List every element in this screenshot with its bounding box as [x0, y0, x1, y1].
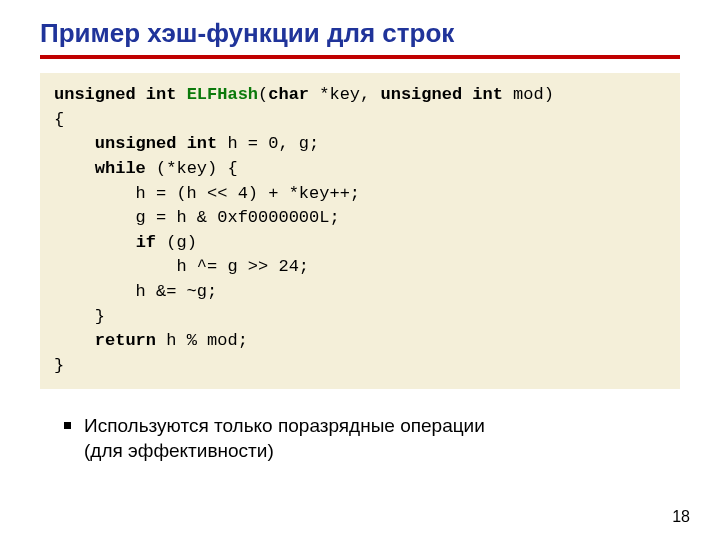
code-text: (: [258, 85, 268, 104]
code-text: g = h & 0xf0000000L;: [54, 208, 340, 227]
list-item: Используются только поразрядные операции…: [64, 413, 680, 464]
bullet-text: Используются только поразрядные операции: [84, 415, 485, 436]
code-kw: char: [268, 85, 309, 104]
code-text: }: [54, 307, 105, 326]
code-text: h % mod;: [156, 331, 248, 350]
code-text: }: [54, 356, 64, 375]
code-text: mod): [503, 85, 554, 104]
code-text: (g): [156, 233, 197, 252]
code-kw: if: [136, 233, 156, 252]
code-text: [54, 159, 95, 178]
bullet-text: (для эффективности): [84, 440, 274, 461]
code-block: unsigned int ELFHash(char *key, unsigned…: [40, 73, 680, 389]
bullet-list: Используются только поразрядные операции…: [64, 413, 680, 464]
code-text: h ^= g >> 24;: [54, 257, 309, 276]
code-kw: unsigned int: [54, 85, 187, 104]
code-kw: unsigned int: [380, 85, 502, 104]
code-text: *key,: [309, 85, 380, 104]
code-text: h &= ~g;: [54, 282, 217, 301]
code-text: [54, 331, 95, 350]
code-text: h = 0, g;: [217, 134, 319, 153]
code-text: [54, 233, 136, 252]
code-kw: while: [95, 159, 146, 178]
page-number: 18: [672, 508, 690, 526]
code-text: {: [54, 110, 64, 129]
code-text: h = (h << 4) + *key++;: [54, 184, 360, 203]
code-kw: unsigned int: [95, 134, 217, 153]
code-text: (*key) {: [146, 159, 238, 178]
code-fn: ELFHash: [187, 85, 258, 104]
code-text: [54, 134, 95, 153]
slide-title: Пример хэш-функции для строк: [40, 18, 680, 49]
title-underline: [40, 55, 680, 59]
code-kw: return: [95, 331, 156, 350]
